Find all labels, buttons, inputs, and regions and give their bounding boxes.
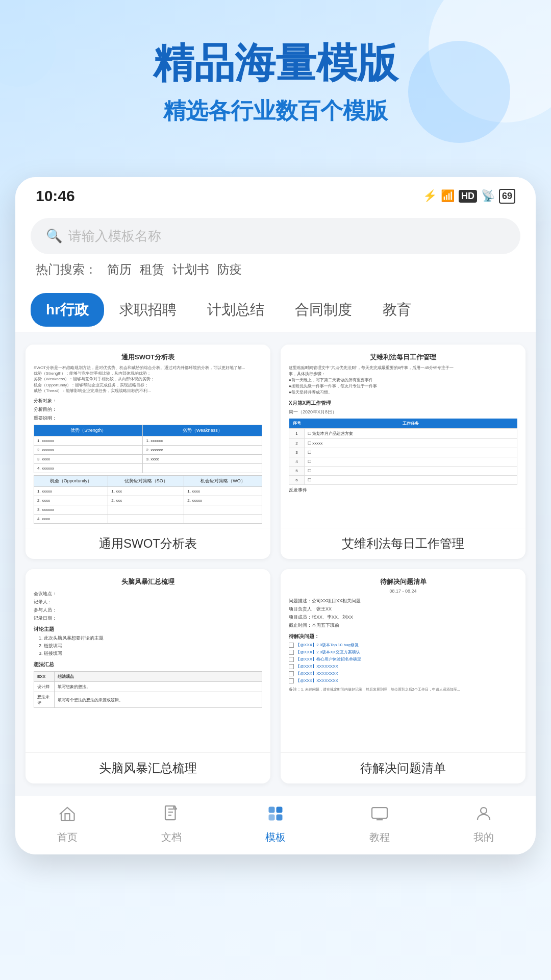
hot-tags: 简历 租赁 计划书 防疫 [107, 261, 242, 278]
nav-label-tutorial: 教程 [369, 830, 390, 844]
wifi-icon: 📶 [441, 189, 455, 203]
template-icon [266, 804, 285, 827]
hd-icon: HD [459, 190, 477, 203]
sub-title: 精选各行业数百个模版 [31, 96, 520, 126]
nav-item-mine[interactable]: 我的 [432, 804, 536, 844]
nav-item-doc[interactable]: 文档 [119, 804, 223, 844]
template-preview-aiweili: 艾维利法每日工作管理 这里粘贴时间管理文中"六点优先法则"，每天先完成最重要的6… [281, 345, 525, 528]
template-name-brainstorm: 头脑风暴汇总梳理 [26, 753, 270, 783]
nav-label-home: 首页 [57, 830, 78, 844]
tab-plan[interactable]: 计划总结 [192, 288, 280, 332]
doc-icon [162, 804, 181, 827]
search-icon: 🔍 [46, 228, 62, 244]
nav-label-doc: 文档 [161, 830, 182, 844]
hot-search-label: 热门搜索： [36, 261, 97, 278]
template-card-brainstorm[interactable]: 头脑风暴汇总梳理 会议地点： 记录人： 参与人员： 记录日期： 讨论主题 1. … [26, 569, 270, 783]
status-icons: ⚡ 📶 HD 📡 69 [423, 189, 515, 204]
main-title: 精品海量模版 [31, 41, 520, 86]
search-bar[interactable]: 🔍 请输入模板名称 [31, 218, 520, 254]
bottom-nav: 首页 文档 模板 [15, 796, 536, 854]
nav-label-template: 模板 [265, 830, 286, 844]
hot-tag-epidemic[interactable]: 防疫 [217, 261, 242, 278]
nav-item-home[interactable]: 首页 [15, 804, 119, 844]
template-name-todo: 待解决问题清单 [281, 753, 525, 783]
template-preview-todo: 待解决问题清单 08.17 - 08.24 问题描述：公司XX项目XX相关问题 … [281, 569, 525, 753]
status-time: 10:46 [36, 187, 75, 205]
bluetooth-icon: ⚡ [423, 189, 437, 203]
search-area: 🔍 请输入模板名称 热门搜索： 简历 租赁 计划书 防疫 [15, 210, 536, 288]
hot-tag-plan[interactable]: 计划书 [172, 261, 209, 278]
hot-search-row: 热门搜索： 简历 租赁 计划书 防疫 [31, 254, 520, 278]
hot-tag-rent[interactable]: 租赁 [140, 261, 164, 278]
svg-point-2 [481, 807, 487, 814]
hot-tag-resume[interactable]: 简历 [107, 261, 132, 278]
svg-rect-1 [372, 807, 387, 818]
template-card-swot[interactable]: 通用SWOT分析表 SWOT分析是一种战略规划方法，是对优劣势、机会和威胁的综合… [26, 345, 270, 559]
tab-contract[interactable]: 合同制度 [280, 288, 367, 332]
template-name-swot: 通用SWOT分析表 [26, 528, 270, 559]
tab-job[interactable]: 求职招聘 [104, 288, 192, 332]
nav-item-tutorial[interactable]: 教程 [328, 804, 432, 844]
battery-icon: 69 [499, 189, 515, 204]
nav-item-template[interactable]: 模板 [223, 804, 328, 844]
signal-icon: 📡 [481, 189, 495, 203]
nav-label-mine: 我的 [473, 830, 494, 844]
tab-hr[interactable]: hr行政 [31, 293, 104, 327]
template-name-aiweili: 艾维利法每日工作管理 [281, 528, 525, 559]
phone-frame: 10:46 ⚡ 📶 HD 📡 69 🔍 请输入模板名称 热门搜索： 简历 租赁 … [15, 177, 536, 854]
template-preview-swot: 通用SWOT分析表 SWOT分析是一种战略规划方法，是对优劣势、机会和威胁的综合… [26, 345, 270, 528]
status-bar: 10:46 ⚡ 📶 HD 📡 69 [15, 177, 536, 210]
template-card-todo[interactable]: 待解决问题清单 08.17 - 08.24 问题描述：公司XX项目XX相关问题 … [281, 569, 525, 783]
template-grid: 通用SWOT分析表 SWOT分析是一种战略规划方法，是对优劣势、机会和威胁的综合… [15, 332, 536, 796]
mine-icon [474, 804, 493, 827]
tab-education[interactable]: 教育 [367, 288, 427, 332]
category-tabs: hr行政 求职招聘 计划总结 合同制度 教育 [15, 288, 536, 332]
template-preview-brainstorm: 头脑风暴汇总梳理 会议地点： 记录人： 参与人员： 记录日期： 讨论主题 1. … [26, 569, 270, 753]
home-icon [58, 804, 77, 827]
tutorial-icon [370, 804, 389, 827]
header-section: 精品海量模版 精选各行业数百个模版 [0, 0, 551, 157]
search-input-placeholder[interactable]: 请输入模板名称 [68, 227, 161, 245]
template-card-aiweili[interactable]: 艾维利法每日工作管理 这里粘贴时间管理文中"六点优先法则"，每天先完成最重要的6… [281, 345, 525, 559]
